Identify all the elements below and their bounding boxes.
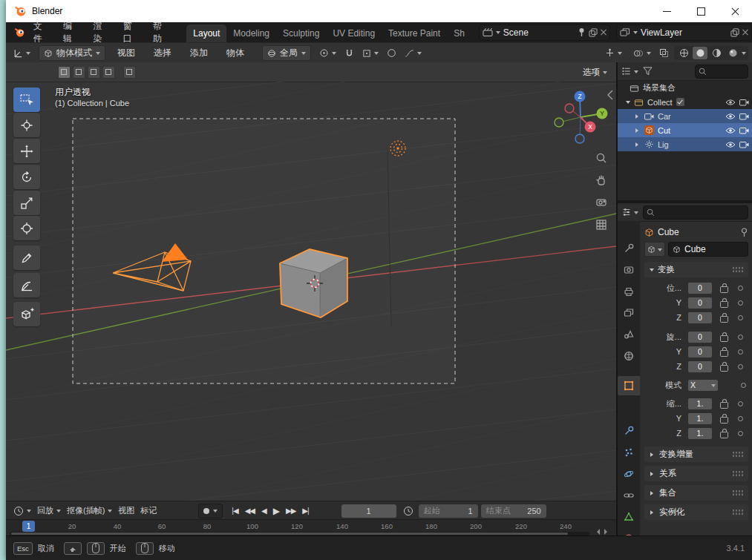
properties-search[interactable]	[643, 205, 748, 220]
animate-dot-icon[interactable]	[738, 431, 743, 436]
proportional-falloff-selector[interactable]	[402, 47, 425, 59]
tool-rotate[interactable]	[13, 165, 40, 189]
lock-icon[interactable]	[720, 350, 728, 357]
filter-icon[interactable]	[643, 67, 653, 76]
mode-selector[interactable]: 物体模式	[39, 45, 105, 61]
pin-icon[interactable]	[740, 228, 748, 237]
animate-dot-icon[interactable]	[738, 315, 743, 320]
tab-layout[interactable]: Layout	[186, 24, 226, 42]
select-mode-invert-icon[interactable]	[102, 66, 115, 79]
tab-uv-editing[interactable]: UV Editing	[326, 24, 382, 42]
animate-dot-icon[interactable]	[738, 286, 743, 291]
menu-playback[interactable]: 回放	[34, 504, 64, 518]
tab-output[interactable]	[618, 282, 640, 301]
rotation-z-field[interactable]: 0	[688, 361, 712, 372]
collection-checkbox[interactable]	[676, 98, 684, 106]
instancing-panel[interactable]: 实例化	[644, 504, 748, 520]
snap-target-selector[interactable]	[359, 47, 382, 59]
xray-toggle-icon[interactable]	[659, 48, 669, 58]
scene-name[interactable]: Scene	[503, 27, 575, 38]
lock-icon[interactable]	[720, 286, 728, 293]
disable-render-icon[interactable]	[739, 141, 749, 148]
animate-dot-icon[interactable]	[738, 349, 743, 355]
timeline-ruler[interactable]: 20 40 60 80 100 120 140 160 180 200 220 …	[6, 519, 616, 536]
delta-transform-panel[interactable]: 变换增量	[644, 447, 748, 462]
hide-eye-icon[interactable]	[725, 141, 736, 148]
rotation-x-field[interactable]: 0	[688, 332, 712, 343]
auto-keying-control[interactable]	[198, 504, 223, 518]
tab-object[interactable]	[618, 376, 640, 395]
outliner-row-cube[interactable]: Cut	[618, 123, 752, 137]
record-icon[interactable]	[203, 508, 209, 514]
tab-texture-paint[interactable]: Texture Paint	[382, 24, 447, 42]
select-mode-set-icon[interactable]	[58, 66, 71, 79]
lock-icon[interactable]	[720, 335, 728, 342]
prev-keyframe-button[interactable]: ◀◀	[245, 507, 255, 515]
pivot-point-selector[interactable]	[316, 47, 339, 59]
menu-view[interactable]: 视图	[111, 45, 142, 62]
location-x-field[interactable]: 0	[688, 283, 712, 294]
collection-row[interactable]: Collect	[618, 95, 752, 109]
select-mode-subtract-icon[interactable]	[88, 66, 100, 79]
lock-icon[interactable]	[720, 402, 728, 409]
tab-render[interactable]	[618, 260, 640, 280]
tab-tool[interactable]	[618, 239, 640, 258]
hide-eye-icon[interactable]	[725, 113, 736, 120]
shading-solid-button[interactable]	[693, 47, 707, 59]
jump-to-start-button[interactable]: |◀	[232, 507, 238, 515]
rotation-mode-selector[interactable]: X	[688, 380, 718, 391]
next-keyframe-button[interactable]: ▶▶	[286, 507, 295, 515]
gizmo-z-negative[interactable]	[575, 134, 584, 143]
gizmo-x-negative[interactable]	[565, 104, 574, 113]
animate-dot-icon[interactable]	[738, 335, 743, 340]
tab-material[interactable]	[618, 529, 640, 536]
panel-grip-icon[interactable]	[732, 470, 744, 477]
expand-icon[interactable]	[635, 128, 641, 133]
viewport-options-button[interactable]: 选项	[583, 67, 607, 78]
lock-icon[interactable]	[720, 365, 728, 372]
playhead[interactable]: 1	[22, 521, 35, 532]
select-mode-intersect-icon[interactable]	[123, 66, 136, 79]
animate-dot-icon[interactable]	[738, 300, 743, 306]
outliner-search[interactable]	[695, 65, 748, 79]
scale-y-field[interactable]: 1.	[688, 413, 712, 424]
panel-grip-icon[interactable]	[732, 451, 744, 458]
outliner-editor-selector[interactable]	[621, 66, 638, 76]
snap-magnet-icon[interactable]	[344, 48, 354, 59]
use-preview-range-icon[interactable]	[403, 506, 413, 516]
jump-to-end-button[interactable]: ▶|	[302, 507, 308, 515]
tool-transform[interactable]	[13, 216, 40, 240]
outliner-row-light[interactable]: Lig	[618, 137, 752, 151]
maximize-button[interactable]	[684, 0, 718, 22]
proportional-editing-icon[interactable]	[387, 48, 396, 58]
play-reverse-button[interactable]: ◀	[261, 507, 267, 515]
tab-shading-truncated[interactable]: Sh	[447, 24, 471, 42]
tool-scale[interactable]	[13, 191, 40, 215]
properties-editor-selector[interactable]	[621, 207, 638, 217]
disable-render-icon[interactable]	[739, 127, 749, 134]
animate-dot-icon[interactable]	[741, 383, 746, 388]
transform-orientation-selector[interactable]: 全局	[262, 45, 311, 61]
scene-selector[interactable]: Scene	[479, 24, 610, 41]
lock-icon[interactable]	[720, 301, 728, 308]
current-frame-field[interactable]: 1	[341, 504, 396, 518]
minimize-button[interactable]	[650, 0, 684, 22]
close-button[interactable]	[718, 0, 752, 22]
animate-dot-icon[interactable]	[738, 364, 743, 369]
tool-select-box[interactable]	[13, 88, 40, 112]
shading-material-button[interactable]	[709, 47, 724, 59]
tab-world[interactable]	[618, 346, 640, 366]
shading-rendered-button[interactable]	[725, 47, 740, 59]
show-overlays-toggle[interactable]	[630, 47, 654, 59]
play-button[interactable]: ▶	[273, 506, 279, 516]
tab-particles[interactable]	[618, 443, 640, 462]
frame-start-field[interactable]: 起始1	[419, 504, 478, 518]
timeline-editor-selector[interactable]	[10, 504, 34, 518]
remove-viewlayer-icon[interactable]	[742, 30, 748, 36]
viewport-canvas[interactable]: Z Y X	[6, 82, 616, 501]
tab-modifiers[interactable]	[618, 421, 640, 441]
cube-object[interactable]	[280, 249, 347, 317]
id-type-selector[interactable]	[644, 242, 665, 257]
hide-eye-icon[interactable]	[725, 127, 736, 134]
breadcrumb-object[interactable]: Cube	[658, 227, 679, 237]
